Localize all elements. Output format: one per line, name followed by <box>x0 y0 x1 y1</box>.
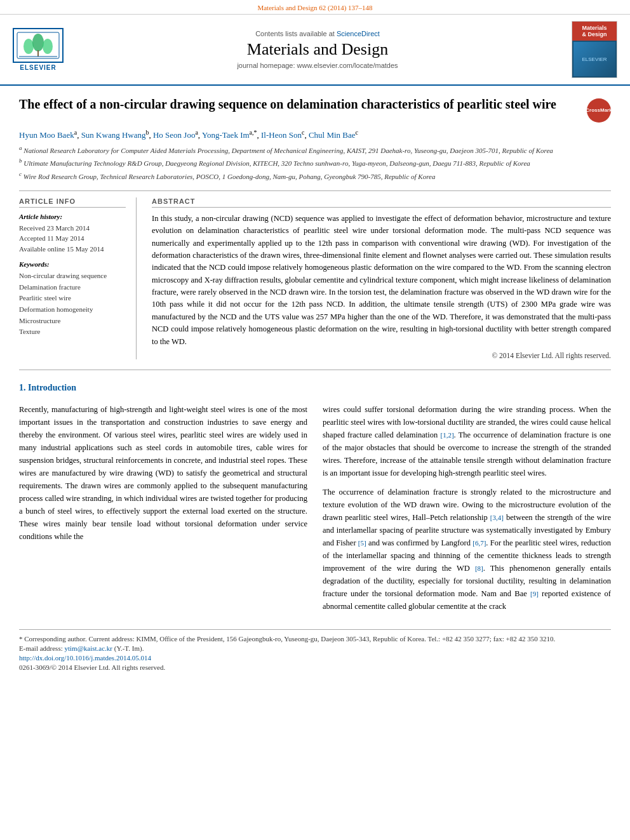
svg-point-1 <box>23 39 34 54</box>
copyright-notice: © 2014 Elsevier Ltd. All rights reserved… <box>152 352 611 359</box>
issn-line: 0261-3069/© 2014 Elsevier Ltd. All right… <box>19 663 611 671</box>
sciencedirect-link[interactable]: ScienceDirect <box>337 30 380 37</box>
abstract-text: In this study, a non-circular drawing (N… <box>152 213 611 348</box>
elsevier-label: ELSEVIER <box>20 64 56 71</box>
available-date: Available online 15 May 2014 <box>19 244 126 255</box>
crossmark-badge[interactable]: CrossMark <box>587 98 611 123</box>
keyword-3: Pearlitic steel wire <box>19 293 126 304</box>
author-il-heon-son[interactable]: Il-Heon Son <box>261 130 302 140</box>
ref-3-4[interactable]: [3,4] <box>490 514 504 521</box>
ref-8[interactable]: [8] <box>475 564 483 572</box>
introduction-heading: 1. Introduction <box>19 383 611 393</box>
journal-title: Materials and Design <box>71 40 564 59</box>
intro-para-right-1: wires could suffer torsional deformation… <box>323 403 611 479</box>
journal-citation: Materials and Design 62 (2014) 137–148 <box>0 0 630 15</box>
affiliation-c: c Wire Rod Research Group, Technical Res… <box>19 170 611 182</box>
intro-para-right-2: The occurrence of delamination fracture … <box>323 486 611 613</box>
article-info-label: ARTICLE INFO <box>19 197 126 208</box>
journal-cover: Materials& Design ELSEVIER <box>572 21 617 78</box>
elsevier-logo: ELSEVIER <box>13 28 64 71</box>
affiliation-a: a National Research Laboratory for Compu… <box>19 144 611 156</box>
affiliation-b: b Ultimate Manufacturing Technology R&D … <box>19 157 611 168</box>
svg-point-3 <box>43 39 53 54</box>
main-content: The effect of a non-circular drawing seq… <box>0 86 630 683</box>
article-history: Article history: Received 23 March 2014 … <box>19 213 126 255</box>
doi-line: http://dx.doi.org/10.1016/j.matdes.2014.… <box>19 654 611 662</box>
author-chul-min-bae[interactable]: Chul Min Bae <box>309 130 356 140</box>
author-hyun-moo-baek[interactable]: Hyun Moo Baek <box>19 130 74 140</box>
keyword-1: Non-circular drawing sequence <box>19 270 126 282</box>
ref-1-2[interactable]: [1,2] <box>440 431 453 439</box>
keyword-4: Deformation homogeneity <box>19 304 126 316</box>
intro-right-col: wires could suffer torsional deformation… <box>323 403 611 619</box>
elsevier-logo-box <box>13 28 64 63</box>
crossmark-icon: CrossMark <box>587 98 611 123</box>
intro-left-col: Recently, manufacturing of high-strength… <box>19 403 307 619</box>
authors-list: Hyun Moo Baeka, Sun Kwang Hwangb, Ho Seo… <box>19 129 611 140</box>
journal-homepage: journal homepage: www.elsevier.com/locat… <box>71 62 564 69</box>
elsevier-logo-icon <box>16 31 60 60</box>
email-link[interactable]: ytim@kaist.ac.kr <box>64 644 112 652</box>
abstract-label: ABSTRACT <box>152 197 611 208</box>
info-abstract-section: ARTICLE INFO Article history: Received 2… <box>19 197 611 359</box>
keywords-section: Keywords: Non-circular drawing sequence … <box>19 260 126 338</box>
intro-para-1: Recently, manufacturing of high-strength… <box>19 403 307 543</box>
author-ho-seon-joo[interactable]: Ho Seon Joo <box>153 130 195 140</box>
ref-9[interactable]: [9] <box>530 590 539 597</box>
svg-rect-4 <box>37 50 39 57</box>
introduction-two-col: Recently, manufacturing of high-strength… <box>19 403 611 619</box>
article-title: The effect of a non-circular drawing seq… <box>19 96 577 113</box>
history-label: Article history: <box>19 213 126 220</box>
contents-available-text: Contents lists available at ScienceDirec… <box>71 30 564 37</box>
author-sun-kwang-hwang[interactable]: Sun Kwang Hwang <box>81 130 146 140</box>
journal-cover-image: Materials& Design ELSEVIER <box>572 21 617 78</box>
ref-5[interactable]: [5] <box>358 539 366 547</box>
abstract-section: In this study, a non-circular drawing (N… <box>152 213 611 359</box>
keyword-5: Microstructure <box>19 316 126 327</box>
keyword-6: Texture <box>19 326 126 338</box>
author-yong-taek-im[interactable]: Yong-Taek Im <box>202 130 250 140</box>
received-date: Received 23 March 2014 <box>19 223 126 234</box>
ref-6-7[interactable]: [6,7] <box>473 539 486 547</box>
introduction-section: 1. Introduction Recently, manufacturing … <box>19 383 611 619</box>
doi-link[interactable]: http://dx.doi.org/10.1016/j.matdes.2014.… <box>19 654 151 662</box>
divider-bottom <box>19 370 611 370</box>
svg-point-2 <box>32 34 44 51</box>
journal-header: ELSEVIER Contents lists available at Sci… <box>0 15 630 86</box>
keyword-2: Delamination fracture <box>19 282 126 293</box>
publisher-logo-area: ELSEVIER <box>13 28 64 71</box>
abstract-column: ABSTRACT In this study, a non-circular d… <box>152 197 611 359</box>
divider-top <box>19 190 611 191</box>
accepted-date: Accepted 11 May 2014 <box>19 233 126 244</box>
footnote-area: * Corresponding author. Current address:… <box>19 629 611 671</box>
email-note: E-mail address: ytim@kaist.ac.kr (Y.-T. … <box>19 644 611 652</box>
corresponding-author-note: * Corresponding author. Current address:… <box>19 635 611 643</box>
keywords-label: Keywords: <box>19 260 126 268</box>
article-title-section: The effect of a non-circular drawing seq… <box>19 96 611 123</box>
journal-title-area: Contents lists available at ScienceDirec… <box>71 30 564 69</box>
affiliations: a National Research Laboratory for Compu… <box>19 144 611 181</box>
article-info-column: ARTICLE INFO Article history: Received 2… <box>19 197 137 359</box>
